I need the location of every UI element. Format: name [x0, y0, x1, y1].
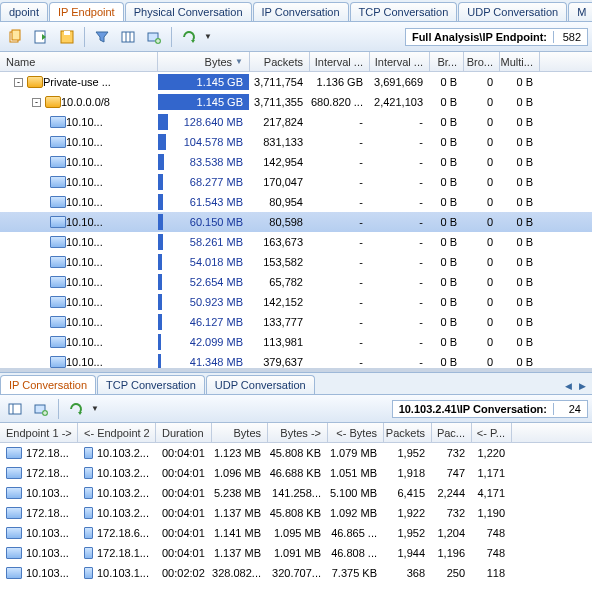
bro-cell: 0	[464, 152, 500, 172]
bro-cell: 0	[464, 232, 500, 252]
multi-cell: 0 B	[500, 132, 540, 152]
refresh-button[interactable]	[65, 398, 87, 420]
tab-physical-conversation[interactable]: Physical Conversation	[125, 2, 252, 21]
table-row[interactable]: 172.18...10.103.2...00:04:011.096 MB46.6…	[0, 463, 592, 483]
tab-udp-conversation[interactable]: UDP Conversation	[206, 375, 315, 394]
po-cell: 1,196	[432, 543, 472, 563]
table-row[interactable]: 10.10...61.543 MB80,954--0 B00 B	[0, 192, 592, 212]
tab-ip-endpoint[interactable]: IP Endpoint	[49, 2, 124, 21]
br-cell: 0 B	[430, 112, 464, 132]
bottom-grid-body[interactable]: 172.18...10.103.2...00:04:011.123 MB45.8…	[0, 443, 592, 583]
host-icon	[50, 336, 66, 348]
refresh-dropdown-icon[interactable]: ▼	[91, 404, 99, 413]
table-row[interactable]: 10.10...68.277 MB170,047--0 B00 B	[0, 172, 592, 192]
bin-cell: 46.865 ...	[328, 523, 384, 543]
packets-cell: 163,673	[250, 232, 310, 252]
bottom-grid-header: Endpoint 1 -><- Endpoint 2DurationBytesB…	[0, 423, 592, 443]
column-packets[interactable]: Packets	[250, 52, 310, 71]
table-row[interactable]: 10.10...52.654 MB65,782--0 B00 B	[0, 272, 592, 292]
add-button[interactable]	[143, 26, 165, 48]
columns-button[interactable]	[4, 398, 26, 420]
tab-ip-conversation[interactable]: IP Conversation	[253, 2, 349, 21]
column-header[interactable]: Packets	[384, 423, 432, 442]
column-name[interactable]: Name	[0, 52, 158, 71]
table-row[interactable]: 172.18...10.103.2...00:04:011.137 MB45.8…	[0, 503, 592, 523]
column-header[interactable]: Pac...	[432, 423, 472, 442]
tab-ip-conversation[interactable]: IP Conversation	[0, 375, 96, 394]
bytes-cell: 1.123 MB	[212, 443, 268, 463]
refresh-dropdown-icon[interactable]: ▼	[204, 32, 212, 41]
table-row[interactable]: 10.10...54.018 MB153,582--0 B00 B	[0, 252, 592, 272]
e1-cell: 10.103...	[0, 563, 78, 583]
table-row[interactable]: - Private-use ...1.145 GB3,711,7541.136 …	[0, 72, 592, 92]
po-cell: 732	[432, 443, 472, 463]
table-row[interactable]: 10.103...10.103.1...00:02:02328.082...32…	[0, 563, 592, 583]
node-name: 10.0.0.0/8	[61, 96, 110, 108]
e1-cell: 172.18...	[0, 463, 78, 483]
int1-cell: -	[310, 112, 370, 132]
column-header[interactable]: Bytes ->	[268, 423, 328, 442]
bin-cell: 1.092 MB	[328, 503, 384, 523]
table-row[interactable]: 10.103...172.18.1...00:04:011.137 MB1.09…	[0, 543, 592, 563]
export-button[interactable]	[30, 26, 52, 48]
tab-tcp-conversation[interactable]: TCP Conversation	[350, 2, 458, 21]
tab-scroll-right-icon[interactable]: ▶	[576, 380, 588, 392]
dur-cell: 00:04:01	[156, 523, 212, 543]
tab-udp-conversation[interactable]: UDP Conversation	[458, 2, 567, 21]
tab-partial-left[interactable]: dpoint	[0, 2, 48, 21]
br-cell: 0 B	[430, 72, 464, 92]
expand-toggle[interactable]: -	[14, 78, 23, 87]
table-row[interactable]: 10.103...172.18.6...00:04:011.141 MB1.09…	[0, 523, 592, 543]
table-row[interactable]: 10.10...83.538 MB142,954--0 B00 B	[0, 152, 592, 172]
packets-cell: 80,954	[250, 192, 310, 212]
column-bro-[interactable]: Bro...	[464, 52, 500, 71]
table-row[interactable]: 10.10...128.640 MB217,824--0 B00 B	[0, 112, 592, 132]
column-header[interactable]: <- Endpoint 2	[78, 423, 156, 442]
column-header[interactable]: Bytes	[212, 423, 268, 442]
add-button[interactable]	[30, 398, 52, 420]
top-grid-body[interactable]: - Private-use ...1.145 GB3,711,7541.136 …	[0, 72, 592, 368]
column-interval-[interactable]: Interval ...	[370, 52, 430, 71]
column-br-[interactable]: Br...	[430, 52, 464, 71]
table-row[interactable]: 10.10...104.578 MB831,133--0 B00 B	[0, 132, 592, 152]
table-row[interactable]: 10.10...41.348 MB379,637--0 B00 B	[0, 352, 592, 368]
column-header[interactable]: <- P...	[472, 423, 512, 442]
pi-cell: 1,220	[472, 443, 512, 463]
name-cell: 10.10...	[0, 192, 158, 212]
tab-partial-right[interactable]: M	[568, 2, 592, 21]
bytes-cell: 68.277 MB	[158, 172, 250, 192]
dur-cell: 00:04:01	[156, 443, 212, 463]
table-row[interactable]: 10.10...46.127 MB133,777--0 B00 B	[0, 312, 592, 332]
refresh-button[interactable]	[178, 26, 200, 48]
table-row[interactable]: 10.10...60.150 MB80,598--0 B00 B	[0, 212, 592, 232]
table-row[interactable]: - 10.0.0.0/81.145 GB3,711,355680.820 ...…	[0, 92, 592, 112]
column-header[interactable]: Duration	[156, 423, 212, 442]
table-row[interactable]: 10.10...50.923 MB142,152--0 B00 B	[0, 292, 592, 312]
bro-cell: 0	[464, 212, 500, 232]
column-interval-[interactable]: Interval ...	[310, 52, 370, 71]
save-button[interactable]	[56, 26, 78, 48]
column-bytes[interactable]: Bytes▼	[158, 52, 250, 71]
bytes-cell: 60.150 MB	[158, 212, 250, 232]
table-row[interactable]: 10.103...10.103.2...00:04:015.238 MB141.…	[0, 483, 592, 503]
tab-tcp-conversation[interactable]: TCP Conversation	[97, 375, 205, 394]
table-row[interactable]: 172.18...10.103.2...00:04:011.123 MB45.8…	[0, 443, 592, 463]
host-icon	[84, 467, 93, 479]
node-name: 10.10...	[66, 176, 103, 188]
node-name: 10.10...	[66, 256, 103, 268]
table-row[interactable]: 10.10...58.261 MB163,673--0 B00 B	[0, 232, 592, 252]
expand-toggle[interactable]: -	[32, 98, 41, 107]
tab-scroll-left-icon[interactable]: ◀	[562, 380, 574, 392]
column-multi-[interactable]: Multi...	[500, 52, 540, 71]
copy-button[interactable]	[4, 26, 26, 48]
column-header[interactable]: <- Bytes	[328, 423, 384, 442]
packets-cell: 3,711,355	[250, 92, 310, 112]
column-header[interactable]: Endpoint 1 ->	[0, 423, 78, 442]
packets-cell: 379,637	[250, 352, 310, 368]
host-icon	[50, 196, 66, 208]
columns-button[interactable]	[117, 26, 139, 48]
table-row[interactable]: 10.10...42.099 MB113,981--0 B00 B	[0, 332, 592, 352]
pk-cell: 6,415	[384, 483, 432, 503]
int2-cell: -	[370, 132, 430, 152]
filter-button[interactable]	[91, 26, 113, 48]
